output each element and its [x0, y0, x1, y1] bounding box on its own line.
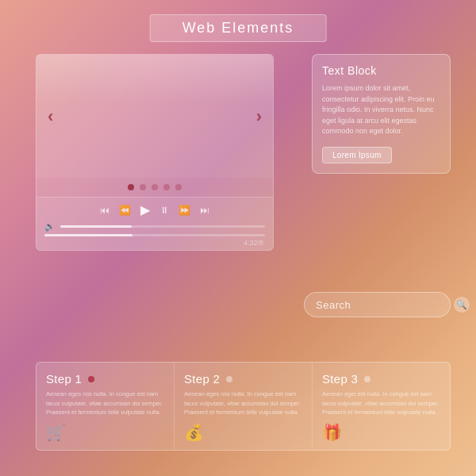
step-1-icon: 🛒: [46, 423, 164, 442]
volume-icon: 🔈: [44, 221, 56, 232]
controls-row: ⏮ ⏪ ▶ ⏸ ⏩ ⏭: [44, 202, 265, 217]
volume-fill: [60, 225, 132, 228]
step-2-dot: [226, 376, 232, 382]
text-block-title: Text Block: [322, 64, 440, 77]
slider-dot-1[interactable]: [128, 184, 134, 190]
step-2-header: Step 2: [184, 372, 302, 386]
slider-shine: [36, 55, 273, 104]
back-button[interactable]: ⏪: [119, 205, 131, 216]
steps-widget: Step 1 Aenean eges nisi nulla. In congue…: [36, 362, 451, 451]
media-controls: ⏮ ⏪ ▶ ⏸ ⏩ ⏭ 🔈 4:32/8: [36, 197, 273, 250]
page-title: Web Elements: [150, 14, 327, 42]
volume-bar[interactable]: [60, 225, 265, 228]
step-2-title: Step 2: [184, 372, 220, 386]
slider-dot-5[interactable]: [175, 184, 182, 190]
step-3-title: Step 3: [322, 372, 358, 386]
rewind-button[interactable]: ⏮: [100, 205, 109, 216]
search-widget: 🔍: [304, 292, 451, 317]
search-input-wrapper[interactable]: 🔍: [304, 292, 451, 317]
lorem-ipsum-button[interactable]: Lorem Ipsum: [322, 147, 392, 163]
step-1: Step 1 Aenean eges nisi nulla. In congue…: [36, 363, 175, 450]
pause-button[interactable]: ⏸: [159, 205, 169, 216]
step-3-dot: [364, 376, 370, 382]
volume-row: 🔈: [44, 221, 265, 232]
seek-bar[interactable]: [44, 234, 265, 236]
step-3-desc: Aenean eget elit nulla. In congue est na…: [322, 390, 440, 416]
slider-main: ‹ ›: [36, 55, 273, 178]
slider-dot-3[interactable]: [152, 184, 158, 190]
text-block-body: Lorem ipsum dolor sit amet, consectetur …: [322, 83, 440, 137]
step-1-desc: Aenean eges nisi nulla. In congue est na…: [46, 390, 164, 416]
step-2-icon: 💰: [184, 423, 302, 442]
seek-fill: [44, 234, 132, 236]
step-1-title: Step 1: [46, 372, 82, 386]
end-button[interactable]: ⏭: [200, 205, 209, 216]
step-1-dot: [88, 376, 94, 382]
step-3-icon: 🎁: [322, 423, 440, 442]
slider-widget: ‹ › ⏮ ⏪ ▶ ⏸ ⏩ ⏭ 🔈 4:32/8: [36, 54, 274, 251]
slider-next-arrow[interactable]: ›: [256, 106, 262, 127]
step-2-desc: Aenean eges nisi nulla. In congue est na…: [184, 390, 302, 416]
search-icon[interactable]: 🔍: [454, 297, 470, 313]
search-input[interactable]: [316, 299, 449, 311]
step-3-header: Step 3: [322, 372, 440, 386]
time-display: 4:32/8: [44, 239, 265, 247]
step-2: Step 2 Aenean eges nisi nulla. In congue…: [175, 363, 313, 450]
step-3: Step 3 Aenean eget elit nulla. In congue…: [313, 363, 450, 450]
text-block-widget: Text Block Lorem ipsum dolor sit amet, c…: [312, 54, 451, 174]
play-button[interactable]: ▶: [140, 202, 150, 217]
slider-dot-2[interactable]: [140, 184, 146, 190]
slider-dot-4[interactable]: [163, 184, 170, 190]
forward-button[interactable]: ⏩: [178, 205, 190, 216]
slider-prev-arrow[interactable]: ‹: [48, 106, 53, 127]
slider-dots: [36, 178, 273, 197]
step-1-header: Step 1: [46, 372, 164, 386]
